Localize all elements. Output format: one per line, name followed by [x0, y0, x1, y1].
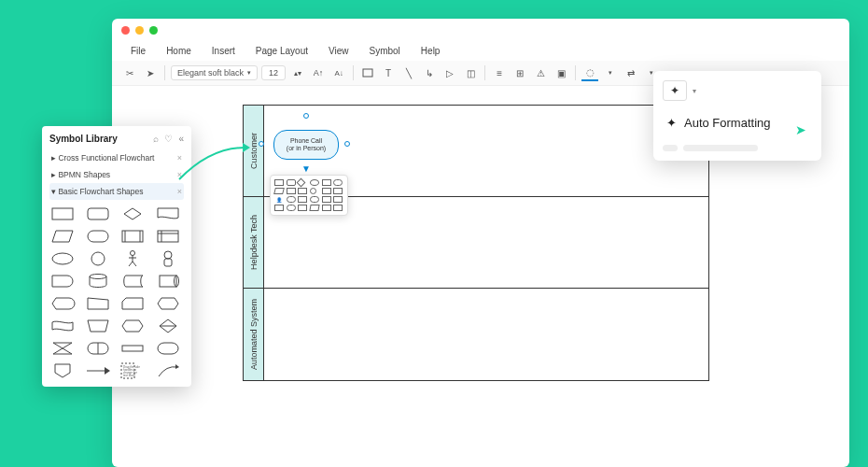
shape-loop[interactable] — [155, 295, 181, 312]
swap-icon[interactable]: ⇄ — [623, 64, 639, 81]
mini-shape[interactable] — [274, 179, 284, 186]
mini-shape[interactable] — [287, 188, 296, 194]
menu-help[interactable]: Help — [412, 43, 450, 59]
group-tool-icon[interactable]: ▣ — [553, 64, 569, 81]
connection-handle[interactable] — [259, 141, 264, 147]
shape-or[interactable] — [85, 340, 111, 357]
lane-body[interactable]: Phone Call (or in Person) ▼ 👤 — [264, 106, 708, 196]
pointer-tool-icon[interactable]: ▷ — [441, 64, 458, 81]
align-tool-icon[interactable]: ≡ — [491, 64, 508, 81]
shape-display[interactable] — [49, 295, 76, 312]
shape-collate[interactable] — [49, 340, 76, 357]
shape-sort[interactable] — [155, 318, 181, 334]
mini-shape[interactable] — [310, 179, 319, 186]
dropdown-arrow-icon[interactable]: ▼ — [301, 163, 311, 174]
mini-shape[interactable] — [297, 178, 306, 188]
shape-manual2[interactable] — [85, 318, 111, 334]
mini-shape[interactable] — [273, 188, 285, 194]
lane-body[interactable] — [264, 197, 708, 288]
menu-view[interactable]: View — [319, 43, 358, 59]
layer-tool-icon[interactable]: ◫ — [462, 64, 479, 81]
mini-shape[interactable] — [322, 179, 331, 186]
shape-keying[interactable] — [155, 250, 181, 267]
shape-internal[interactable] — [155, 228, 181, 245]
library-category[interactable]: ▸ BPMN Shapes× — [49, 166, 184, 183]
menu-home[interactable]: Home — [157, 43, 201, 59]
library-header: Symbol Library ⌕ ♡ « — [49, 134, 184, 144]
decrease-font-icon[interactable]: A↓ — [330, 64, 347, 81]
distribute-tool-icon[interactable]: ⊞ — [511, 64, 528, 81]
shape-annotation[interactable]: Drag the sidehandles tochange thetext bl… — [119, 362, 146, 379]
shape-terminator[interactable] — [85, 228, 111, 245]
maximize-dot[interactable] — [149, 26, 158, 35]
shape-document[interactable] — [155, 205, 181, 222]
increase-font-icon[interactable]: A↑ — [310, 64, 327, 81]
library-category[interactable]: ▾ Basic Flowchart Shapes× — [49, 183, 184, 200]
chevron-down-icon[interactable]: ▾ — [693, 87, 696, 95]
shape-delay[interactable] — [49, 273, 76, 290]
mini-shape[interactable] — [298, 188, 307, 194]
shape-tape[interactable] — [49, 318, 76, 334]
shape-prep[interactable] — [119, 318, 146, 334]
lane-header-automated[interactable]: Automated System — [244, 289, 264, 380]
shape-parallelogram[interactable] — [49, 228, 76, 245]
rect-tool-icon[interactable] — [359, 64, 376, 81]
shape-process[interactable] — [49, 205, 76, 222]
annotation-arrow — [177, 140, 252, 187]
shape-rounded[interactable] — [85, 205, 111, 222]
close-icon[interactable]: × — [177, 187, 182, 196]
line-tool-icon[interactable]: ╲ — [400, 64, 417, 81]
shape-junction[interactable] — [119, 340, 146, 357]
lane-label: Helpdesk Tech — [249, 215, 259, 270]
minimize-dot[interactable] — [135, 26, 144, 35]
connection-handle[interactable] — [303, 113, 309, 119]
mini-shape[interactable] — [333, 188, 343, 194]
shape-merge[interactable] — [155, 340, 181, 357]
shape-ellipse[interactable] — [49, 250, 76, 267]
menu-insert[interactable]: Insert — [203, 43, 245, 59]
lane-body[interactable] — [264, 289, 708, 380]
symbol-library-panel: Symbol Library ⌕ ♡ « ▸ Cross Functional … — [42, 126, 191, 387]
search-icon[interactable]: ⌕ — [153, 134, 159, 144]
connector-tool-icon[interactable]: ↳ — [421, 64, 438, 81]
swimlane-diagram: Customer Phone Call (or in Person) ▼ 👤 — [243, 105, 709, 381]
sparkle-button[interactable]: ✦ — [663, 80, 687, 101]
cut-icon[interactable]: ✂ — [121, 64, 138, 81]
shape-curve[interactable] — [155, 362, 181, 379]
text-tool-icon[interactable]: T — [380, 64, 397, 81]
font-size[interactable]: 12 — [261, 65, 286, 80]
shape-manual[interactable] — [85, 295, 111, 312]
font-selector[interactable]: Elegant soft black▾ — [171, 65, 258, 80]
flowchart-shape-terminator[interactable]: Phone Call (or in Person) — [273, 130, 339, 160]
shape-card[interactable] — [119, 295, 146, 312]
annotation-tool-icon[interactable]: ⚠ — [532, 64, 549, 81]
mini-shape[interactable] — [310, 188, 316, 194]
cursor-icon[interactable]: ➤ — [142, 64, 159, 81]
shape-decision[interactable] — [119, 205, 146, 222]
heart-icon[interactable]: ♡ — [164, 134, 173, 144]
menu-pagelayout[interactable]: Page Layout — [246, 43, 317, 59]
shape-arrow[interactable] — [85, 362, 111, 379]
fill-color-icon[interactable]: ◌ — [581, 64, 598, 81]
lane-header-helpdesk[interactable]: Helpdesk Tech — [244, 197, 264, 288]
svg-marker-36 — [55, 364, 70, 377]
mini-shape[interactable] — [322, 188, 331, 194]
shape-stored[interactable] — [119, 273, 146, 290]
shape-database[interactable] — [85, 273, 111, 290]
chevron-down-icon[interactable]: ▾ — [602, 64, 619, 81]
shape-direct[interactable] — [155, 273, 181, 290]
shape-actor[interactable] — [119, 250, 146, 267]
library-category[interactable]: ▸ Cross Functional Flowchart× — [49, 149, 184, 166]
size-stepper-icon[interactable]: ▴▾ — [289, 64, 306, 81]
menu-symbol[interactable]: Symbol — [360, 43, 410, 59]
svg-rect-1 — [52, 208, 73, 219]
mini-shape[interactable] — [333, 179, 343, 186]
auto-format-option[interactable]: ✦ Auto Formatting ➤ — [663, 110, 812, 135]
shape-offpage[interactable] — [49, 362, 76, 379]
connection-handle[interactable] — [344, 141, 350, 147]
menu-file[interactable]: File — [121, 43, 155, 59]
mini-shape[interactable] — [287, 179, 296, 186]
shape-predefined[interactable] — [119, 228, 146, 245]
shape-circle[interactable] — [85, 250, 111, 267]
close-dot[interactable] — [121, 26, 130, 35]
